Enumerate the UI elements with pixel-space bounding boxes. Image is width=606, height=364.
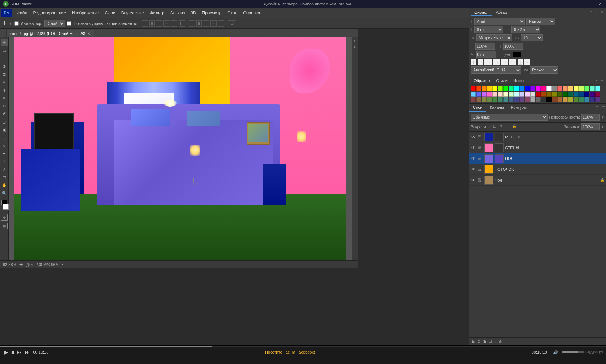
- hand-tool[interactable]: ✋: [1, 182, 8, 189]
- layer-visibility-icon[interactable]: 👁: [471, 134, 477, 140]
- menu-help[interactable]: Справка: [240, 10, 263, 16]
- swatch-color[interactable]: [568, 97, 573, 102]
- swatch-color[interactable]: [525, 97, 530, 102]
- swatch-color[interactable]: [492, 92, 497, 97]
- swatch-color[interactable]: [579, 86, 584, 91]
- bold-button[interactable]: T: [471, 59, 476, 65]
- swatch-color[interactable]: [536, 86, 541, 91]
- language-select[interactable]: Английский: США: [471, 66, 521, 74]
- align-middle-icon[interactable]: ≡: [149, 20, 155, 27]
- swatch-color[interactable]: [557, 92, 562, 97]
- font-style-select[interactable]: Narrow: [526, 18, 555, 25]
- close-button[interactable]: ✕: [597, 1, 603, 6]
- text-color-swatch[interactable]: [513, 52, 521, 57]
- swatch-color[interactable]: [482, 86, 487, 91]
- antialiasing-select[interactable]: Резкое: [530, 66, 558, 74]
- paths-tab[interactable]: Контуры: [508, 104, 530, 112]
- document-tab[interactable]: room1.jpg @ 92,6% (ПОЛ, Слой-маска/8) ✕: [6, 30, 94, 37]
- scale-v-input[interactable]: [475, 43, 495, 50]
- swatch-color[interactable]: [476, 86, 481, 91]
- swatch-color[interactable]: [487, 92, 492, 97]
- superscript-button[interactable]: T¹: [501, 59, 508, 65]
- layers-collapse-btn[interactable]: ─: [601, 104, 606, 112]
- panel-collapse-btn[interactable]: ─: [593, 9, 599, 16]
- history-brush[interactable]: ↺: [1, 110, 8, 117]
- layer-visibility-icon[interactable]: 👁: [471, 177, 477, 183]
- swatch-color[interactable]: [487, 97, 492, 102]
- channels-tab[interactable]: Каналы: [486, 104, 508, 112]
- swatch-color[interactable]: [525, 92, 530, 97]
- swatch-color[interactable]: [536, 97, 541, 102]
- swatch-color[interactable]: [552, 97, 557, 102]
- menu-select[interactable]: Выделение: [118, 10, 147, 16]
- menu-analysis[interactable]: Анализ: [167, 10, 188, 16]
- swatch-color[interactable]: [503, 92, 508, 97]
- swatch-color[interactable]: [514, 86, 519, 91]
- menu-file[interactable]: Файл: [14, 10, 30, 16]
- subscript-button[interactable]: T₁: [509, 59, 516, 65]
- swatch-color[interactable]: [498, 92, 503, 97]
- video-progress-bar[interactable]: [0, 346, 606, 347]
- prev-button[interactable]: ⏮: [17, 349, 22, 355]
- swatch-color[interactable]: [557, 86, 562, 91]
- menu-window[interactable]: Окно: [224, 10, 240, 16]
- align-center-icon[interactable]: ⊢: [171, 20, 177, 27]
- menu-image[interactable]: Изображение: [69, 10, 102, 16]
- fill-input[interactable]: [581, 123, 600, 130]
- quick-mask-btn[interactable]: ⊙: [1, 214, 8, 221]
- layer-row[interactable]: 👁⛓ПОЛ: [469, 153, 606, 164]
- swatch-color[interactable]: [530, 92, 535, 97]
- swatch-color[interactable]: [546, 86, 552, 91]
- eraser-tool[interactable]: ◻: [1, 118, 8, 125]
- swatch-color[interactable]: [514, 92, 519, 97]
- swatch-color[interactable]: [530, 86, 535, 91]
- lock-position-icon[interactable]: ✎: [499, 124, 504, 129]
- font-family-select[interactable]: Arial: [474, 18, 525, 25]
- baseline-input[interactable]: [476, 51, 496, 58]
- layer-row[interactable]: 👁⛓ПОТОЛОК: [469, 164, 606, 175]
- delete-layer-btn[interactable]: 🗑: [499, 339, 502, 344]
- swatch-color[interactable]: [519, 86, 524, 91]
- text-tool[interactable]: T: [1, 158, 8, 165]
- background-color[interactable]: [3, 204, 9, 210]
- swatch-color[interactable]: [590, 92, 595, 97]
- all-caps-button[interactable]: TT: [484, 59, 492, 65]
- align-bottom-icon[interactable]: ⊥: [156, 20, 162, 27]
- swatch-color[interactable]: [503, 86, 508, 91]
- underline-button[interactable]: T: [518, 59, 523, 65]
- swatch-color[interactable]: [536, 92, 541, 97]
- swatch-color[interactable]: [509, 92, 514, 97]
- swatch-color[interactable]: [492, 86, 497, 91]
- dodge-tool[interactable]: ○: [1, 142, 8, 149]
- swatch-color[interactable]: [579, 97, 584, 102]
- tracking-type-select[interactable]: Метрическое: [476, 34, 512, 41]
- tab-close-button[interactable]: ✕: [87, 32, 90, 36]
- swatch-color[interactable]: [509, 97, 514, 102]
- swatch-color[interactable]: [595, 92, 600, 97]
- swatch-color[interactable]: [579, 92, 584, 97]
- lasso-tool[interactable]: ⌒: [1, 55, 8, 62]
- swatch-color[interactable]: [498, 86, 503, 91]
- swatch-color[interactable]: [595, 86, 600, 91]
- layer-row[interactable]: 👁⛓СТЕНЫ: [469, 142, 606, 153]
- swatch-color[interactable]: [498, 97, 503, 102]
- swatch-color[interactable]: [476, 92, 481, 97]
- swatch-color[interactable]: [584, 92, 589, 97]
- menu-3d[interactable]: 3D: [188, 10, 199, 16]
- swatch-color[interactable]: [557, 97, 562, 102]
- swatch-color[interactable]: [563, 92, 568, 97]
- swatch-color[interactable]: [595, 97, 600, 102]
- swatch-color[interactable]: [487, 86, 492, 91]
- swatch-color[interactable]: [541, 86, 546, 91]
- layer-link-icon[interactable]: ⛓: [478, 146, 483, 150]
- align-top-icon[interactable]: ⊤: [142, 20, 148, 27]
- swatch-color[interactable]: [568, 92, 573, 97]
- swatch-color[interactable]: [568, 86, 573, 91]
- swatch-color[interactable]: [546, 97, 552, 102]
- blur-tool[interactable]: ◌: [1, 134, 8, 141]
- panel-menu-btn[interactable]: ≡: [588, 9, 593, 16]
- layer-row[interactable]: 👁⛓Фон🔒: [469, 175, 606, 186]
- align-right-icon[interactable]: ⊢: [179, 20, 185, 27]
- next-button[interactable]: ⏭: [25, 349, 30, 355]
- swatch-color[interactable]: [563, 97, 568, 102]
